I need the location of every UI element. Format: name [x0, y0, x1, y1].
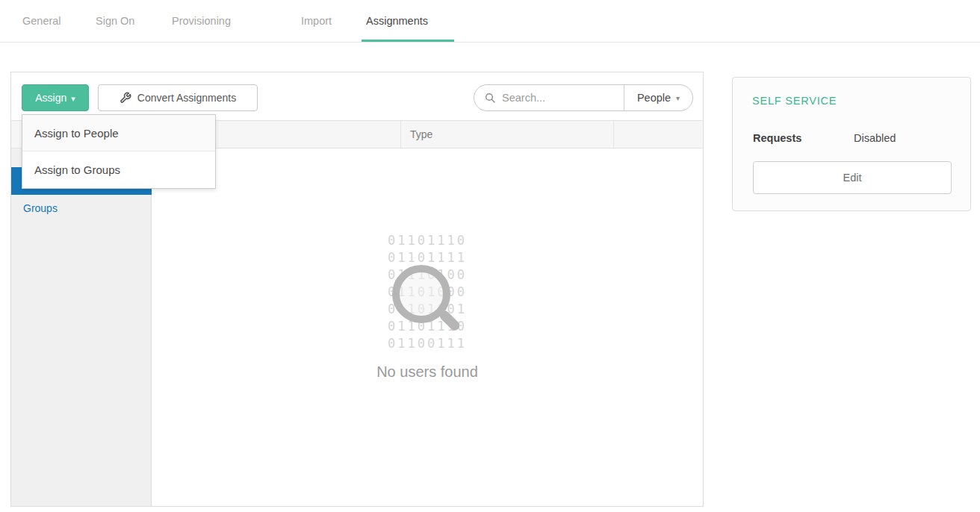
- self-service-panel: SELF SERVICE Requests Disabled Edit: [732, 77, 971, 211]
- search-scope-label: People: [637, 92, 671, 104]
- tab-provisioning[interactable]: Provisioning: [172, 15, 231, 27]
- menu-item-assign-to-groups[interactable]: Assign to Groups: [22, 152, 215, 188]
- assignments-panel: Assign▾ Convert Assignments People▾ Type…: [10, 72, 704, 507]
- binary-row: 01100111: [152, 335, 703, 352]
- convert-assignments-button[interactable]: Convert Assignments: [98, 84, 258, 111]
- filter-sidebar: People Groups: [11, 149, 152, 506]
- requests-label: Requests: [753, 132, 801, 144]
- assign-button[interactable]: Assign▾: [22, 84, 89, 111]
- empty-state-message: No users found: [152, 363, 703, 381]
- menu-item-assign-to-people[interactable]: Assign to People: [22, 115, 215, 152]
- convert-assignments-label: Convert Assignments: [137, 92, 236, 104]
- tabs-divider: [0, 42, 980, 43]
- requests-value: Disabled: [854, 132, 896, 144]
- self-service-title: SELF SERVICE: [752, 95, 837, 107]
- chevron-down-icon: ▾: [71, 94, 75, 103]
- column-divider: [613, 121, 614, 148]
- tab-assignments[interactable]: Assignments: [366, 15, 428, 27]
- tab-import[interactable]: Import: [301, 15, 332, 27]
- assign-dropdown-menu: Assign to People Assign to Groups: [22, 114, 216, 189]
- sidebar-item-groups[interactable]: Groups: [11, 195, 152, 222]
- binary-row: 01101110: [152, 232, 703, 249]
- column-divider: [400, 121, 401, 148]
- search-scope-dropdown[interactable]: People▾: [624, 85, 692, 110]
- search-field[interactable]: [474, 85, 624, 110]
- assign-button-label: Assign: [35, 92, 66, 104]
- search-control: People▾: [474, 84, 693, 111]
- tab-general[interactable]: General: [22, 15, 61, 27]
- chevron-down-icon: ▾: [676, 94, 680, 102]
- search-input[interactable]: [502, 92, 614, 104]
- tab-sign-on[interactable]: Sign On: [96, 15, 134, 27]
- search-icon: [484, 92, 496, 104]
- binary-row: 01101111: [152, 249, 703, 266]
- wrench-icon: [120, 92, 131, 104]
- type-column-header: Type: [410, 121, 432, 148]
- edit-button[interactable]: Edit: [753, 161, 952, 194]
